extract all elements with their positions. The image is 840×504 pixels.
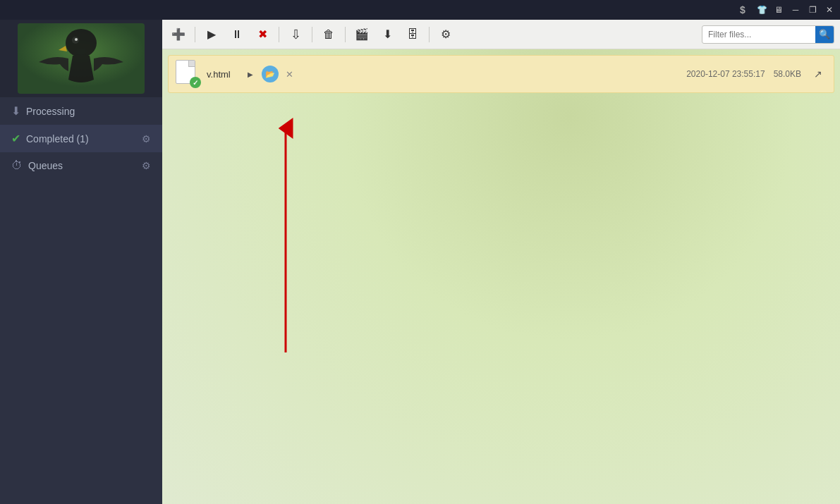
database-button[interactable]: 🗄 (402, 24, 423, 45)
pause-button[interactable]: ⏸ (226, 24, 248, 45)
file-actions: ▶ 📂 ✕ (242, 66, 298, 82)
file-remove-icon: ✕ (286, 69, 293, 80)
play-icon: ▶ (207, 27, 216, 41)
file-play-icon: ▶ (248, 70, 253, 78)
monitor-button[interactable]: 🖥 (771, 2, 786, 18)
separator-2 (279, 27, 279, 42)
search-input[interactable] (702, 30, 815, 39)
file-list: ✓ v.html ▶ 📂 ✕ (162, 49, 840, 504)
database-icon: 🗄 (407, 28, 418, 41)
stop-icon: ✖ (258, 27, 267, 41)
file-share-icon: ↗ (814, 68, 822, 80)
search-box: 🔍 (702, 25, 834, 44)
file-size: 58.0KB (774, 69, 801, 79)
main-layout: ⬇ Processing ✔ Completed (1) ⚙ ⏱ Queues … (0, 20, 840, 504)
svg-point-4 (75, 38, 78, 41)
file-share-button[interactable]: ↗ (810, 66, 827, 82)
add-icon: ➕ (171, 27, 185, 41)
svg-point-1 (66, 29, 97, 57)
stop-button[interactable]: ✖ (252, 24, 273, 45)
sidebar-completed-label: Completed (1) (26, 133, 136, 145)
separator-5 (429, 27, 430, 42)
file-check-badge: ✓ (190, 77, 201, 88)
separator-3 (312, 27, 312, 42)
file-play-button[interactable]: ▶ (242, 66, 259, 82)
sort-icon: ⇩ (291, 27, 301, 42)
separator-1 (195, 27, 195, 42)
queues-icon: ⏱ (11, 159, 23, 172)
delete-button[interactable]: 🗑 (318, 24, 339, 45)
sidebar-item-queues[interactable]: ⏱ Queues ⚙ (0, 152, 162, 179)
processing-icon: ⬇ (11, 104, 20, 118)
sidebar-queues-label: Queues (28, 160, 136, 171)
sidebar-processing-label: Processing (26, 106, 151, 117)
restore-button[interactable]: ❐ (805, 2, 820, 18)
download-button[interactable]: ⬇ (377, 24, 398, 45)
file-date: 2020-12-07 23:55:17 (686, 69, 765, 79)
search-icon: 🔍 (819, 29, 830, 39)
settings-button[interactable]: ⚙ (435, 24, 456, 45)
sort-button[interactable]: ⇩ (285, 24, 306, 45)
add-button[interactable]: ➕ (168, 24, 189, 45)
file-icon-wrap: ✓ (176, 60, 201, 88)
completed-icon: ✔ (11, 132, 20, 145)
content-area: ➕ ▶ ⏸ ✖ ⇩ 🗑 🎬 ⬇ (162, 20, 840, 504)
play-button[interactable]: ▶ (201, 24, 222, 45)
film-icon: 🎬 (355, 27, 369, 41)
film-button[interactable]: 🎬 (351, 24, 372, 45)
sidebar-logo (0, 20, 162, 97)
delete-icon: 🗑 (323, 28, 334, 41)
close-button[interactable]: ✕ (822, 2, 837, 18)
file-item: ✓ v.html ▶ 📂 ✕ (168, 55, 834, 93)
sidebar-item-processing[interactable]: ⬇ Processing (0, 97, 162, 125)
sidebar: ⬇ Processing ✔ Completed (1) ⚙ ⏱ Queues … (0, 20, 162, 504)
file-meta: 2020-12-07 23:55:17 58.0KB ↗ (686, 66, 827, 82)
open-folder-icon: 📂 (265, 70, 275, 79)
pause-icon: ⏸ (231, 28, 243, 41)
annotation-arrow (162, 49, 840, 472)
toolbar: ➕ ▶ ⏸ ✖ ⇩ 🗑 🎬 ⬇ (162, 20, 840, 49)
file-remove-button[interactable]: ✕ (281, 66, 298, 82)
minimize-button[interactable]: ─ (788, 2, 803, 18)
shirt-button[interactable]: 👕 (754, 2, 769, 18)
dollar-icon: $ (733, 2, 753, 18)
completed-settings-icon[interactable]: ⚙ (142, 133, 151, 145)
queues-settings-icon[interactable]: ⚙ (142, 160, 151, 171)
download-icon: ⬇ (383, 27, 392, 41)
settings-icon: ⚙ (441, 27, 451, 41)
search-button[interactable]: 🔍 (815, 25, 834, 44)
sidebar-item-completed[interactable]: ✔ Completed (1) ⚙ (0, 125, 162, 152)
file-name: v.html (207, 69, 231, 80)
title-bar: $ 👕 🖥 ─ ❐ ✕ (0, 0, 840, 20)
file-open-folder-button[interactable]: 📂 (262, 66, 279, 82)
separator-4 (345, 27, 346, 42)
